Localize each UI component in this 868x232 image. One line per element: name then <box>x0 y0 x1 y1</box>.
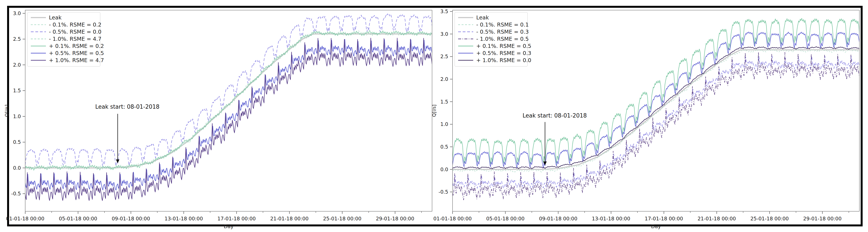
x-tick-label: 29-01-18 00:00 <box>803 216 841 222</box>
legend-label: - 1.0%. RSME = 4.7 <box>49 36 101 42</box>
annotation-text: Leak start: 08-01-2018 <box>95 104 159 110</box>
y-tick-label: 2.0 <box>13 62 21 68</box>
y-axis-label: Q[l/s] <box>4 105 9 117</box>
x-tick-label: 05-01-18 00:00 <box>486 216 525 222</box>
y-axis: -0.50.00.51.01.52.02.53.0Q[l/s] <box>4 10 25 196</box>
y-tick-label: 3.0 <box>440 31 448 37</box>
x-tick-label: 29-01-18 00:00 <box>376 216 414 222</box>
x-axis: 01-01-18 00:0005-01-18 00:0009-01-18 00:… <box>6 211 422 229</box>
y-tick-label: 1.0 <box>440 121 448 127</box>
x-tick-label: 01-01-18 00:00 <box>433 216 472 222</box>
y-tick-label: 0.0 <box>440 167 448 172</box>
y-tick-label: 3.5 <box>440 9 448 14</box>
y-tick-label: 1.5 <box>13 88 21 93</box>
legend-label: - 0.1%. RSME = 0.2 <box>49 22 101 28</box>
y-axis-label: Q[l/s] <box>432 105 437 117</box>
y-tick-label: 0.0 <box>13 165 21 171</box>
legend-label: + 0.5%. RSME = 0.3 <box>476 50 531 56</box>
legend-label: + 1.0%. RSME = 0.0 <box>476 57 531 63</box>
leak-detection-charts: -0.50.00.51.01.52.02.53.0Q[l/s]01-01-18 … <box>0 0 868 232</box>
x-tick-label: 09-01-18 00:00 <box>112 216 150 222</box>
left-panel: -0.50.00.51.01.52.02.53.0Q[l/s]01-01-18 … <box>4 10 432 229</box>
x-tick-label: 17-01-18 00:00 <box>217 216 256 222</box>
y-tick-label: 2.5 <box>13 36 21 42</box>
y-tick-label: -0.5 <box>438 189 448 195</box>
x-tick-label: 17-01-18 00:00 <box>645 216 683 222</box>
x-axis: 01-01-18 00:0005-01-18 00:0009-01-18 00:… <box>433 211 849 229</box>
y-tick-label: 3.0 <box>13 10 21 16</box>
y-tick-label: 1.5 <box>440 99 448 105</box>
screenshot-stage: -0.50.00.51.01.52.02.53.0Q[l/s]01-01-18 … <box>0 0 868 232</box>
legend-label: + 0.1%. RSME = 0.2 <box>49 43 104 49</box>
legend-label: + 0.1%. RSME = 0.5 <box>476 43 531 49</box>
x-axis-label: Day <box>224 224 234 229</box>
legend-label: - 0.5%. RSME = 0.0 <box>49 29 101 35</box>
y-tick-label: 2.5 <box>440 54 448 59</box>
y-axis: -0.50.00.51.01.52.02.53.03.5Q[l/s] <box>432 9 453 195</box>
y-tick-label: 0.5 <box>13 139 21 145</box>
legend-label: + 1.0%. RSME = 4.7 <box>49 57 104 63</box>
legend-label: - 0.5%. RSME = 0.3 <box>476 29 529 35</box>
right-panel: -0.50.00.51.01.52.02.53.03.5Q[l/s]01-01-… <box>432 9 859 229</box>
x-tick-label: 21-01-18 00:00 <box>270 216 309 222</box>
annotation-text: Leak start: 08-01-2018 <box>523 112 587 119</box>
x-tick-label: 13-01-18 00:00 <box>592 216 630 222</box>
legend-label: Leak <box>49 14 62 21</box>
x-tick-label: 25-01-18 00:00 <box>750 216 789 222</box>
y-tick-label: 0.5 <box>440 144 448 150</box>
x-tick-label: 01-01-18 00:00 <box>6 216 44 222</box>
x-tick-label: 13-01-18 00:00 <box>165 216 203 222</box>
legend: Leak- 0.1%. RSME = 0.2- 0.5%. RSME = 0.0… <box>27 12 104 66</box>
legend-label: Leak <box>476 14 489 21</box>
legend-label: - 0.1%. RSME = 0.1 <box>476 22 529 28</box>
y-tick-label: 2.0 <box>440 76 448 82</box>
x-tick-label: 09-01-18 00:00 <box>539 216 577 222</box>
x-tick-label: 25-01-18 00:00 <box>323 216 361 222</box>
legend-label: - 1.0%. RSME = 0.5 <box>476 36 529 42</box>
y-tick-label: 1.0 <box>13 114 21 119</box>
y-tick-label: -0.5 <box>11 191 21 196</box>
legend-label: + 0.5%. RSME = 0.5 <box>49 50 104 56</box>
legend: Leak- 0.1%. RSME = 0.1- 0.5%. RSME = 0.3… <box>455 12 531 66</box>
x-tick-label: 05-01-18 00:00 <box>59 216 97 222</box>
x-tick-label: 21-01-18 00:00 <box>698 216 736 222</box>
x-axis-label: Day <box>651 224 661 229</box>
